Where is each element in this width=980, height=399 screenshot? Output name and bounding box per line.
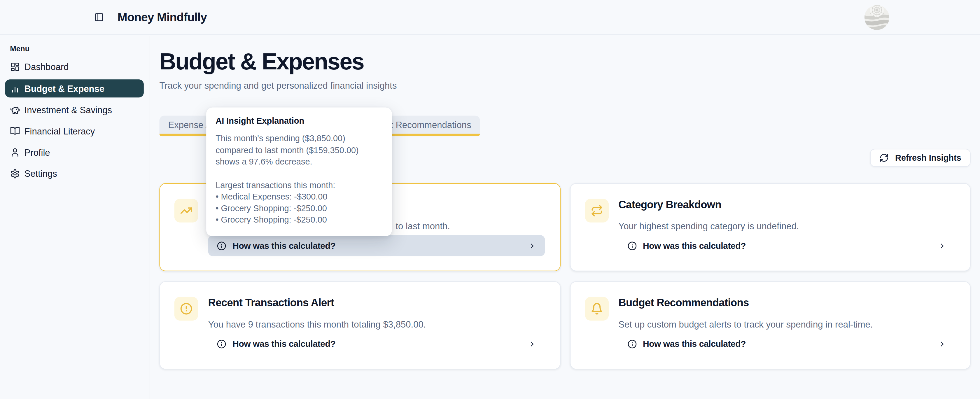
- popover-transaction-item: • Grocery Shopping: -$250.00: [216, 215, 382, 226]
- chevron-right-icon: [938, 340, 946, 348]
- app-root: Money Mindfully Menu: [0, 0, 980, 399]
- popover-title: AI Insight Explanation: [216, 117, 382, 126]
- sidebar-item-label: Investment & Savings: [24, 105, 112, 115]
- app-title: Money Mindfully: [118, 10, 207, 24]
- sidebar-item-settings[interactable]: Settings: [5, 165, 144, 183]
- how-calculated-label: How was this calculated?: [643, 241, 746, 251]
- budget-recommendations-title: Budget Recommendations: [618, 297, 955, 310]
- popover-summary: This month's spending ($3,850.00) compar…: [216, 133, 382, 168]
- refresh-icon: [880, 153, 889, 162]
- category-breakdown-title: Category Breakdown: [618, 199, 955, 211]
- bell-icon: [585, 297, 608, 321]
- sidebar-item-profile[interactable]: Profile: [5, 144, 144, 161]
- category-breakdown-description: Your highest spending category is undefi…: [618, 222, 955, 231]
- refresh-insights-button[interactable]: Refresh Insights: [870, 149, 970, 167]
- sidebar-menu-label: Menu: [10, 45, 149, 53]
- spending-trend-how-calculated-row[interactable]: How was this calculated?: [208, 235, 545, 256]
- refresh-insights-label: Refresh Insights: [895, 153, 961, 162]
- budget-recommendations-card: Budget Recommendations Set up custom bud…: [570, 281, 970, 369]
- sidebar-item-budget-expense[interactable]: Budget & Expense: [5, 79, 144, 97]
- sidebar-item-label: Budget & Expense: [24, 83, 105, 93]
- how-calculated-label: How was this calculated?: [232, 241, 336, 251]
- category-breakdown-card: Category Breakdown Your highest spending…: [570, 183, 970, 271]
- info-icon: [627, 339, 636, 348]
- recent-transactions-body: Recent Transactions Alert You have 9 tra…: [208, 297, 545, 354]
- avatar-image: [864, 5, 889, 30]
- gear-icon: [10, 169, 20, 179]
- popover-list-heading: Largest transactions this month:: [216, 180, 382, 191]
- top-header: Money Mindfully: [0, 0, 980, 35]
- ai-insight-popover: AI Insight Explanation This month's spen…: [206, 108, 392, 236]
- recent-transactions-title: Recent Transactions Alert: [208, 297, 545, 310]
- info-icon: [217, 339, 226, 348]
- sidebar-item-label: Dashboard: [24, 62, 69, 72]
- piggy-bank-icon: [10, 105, 20, 115]
- sidebar-item-label: Profile: [24, 148, 50, 157]
- popover-transaction-item: • Grocery Shopping: -$250.00: [216, 203, 382, 215]
- alert-circle-icon: [174, 297, 198, 321]
- sidebar-item-label: Settings: [24, 169, 57, 179]
- recent-transactions-how-calculated-row[interactable]: How was this calculated?: [208, 333, 545, 354]
- sidebar-item-investment-savings[interactable]: Investment & Savings: [5, 101, 144, 119]
- how-calculated-label: How was this calculated?: [643, 339, 746, 348]
- page-title: Budget & Expenses: [159, 49, 970, 75]
- trending-up-icon: [174, 199, 198, 222]
- category-breakdown-how-calculated-row[interactable]: How was this calculated?: [618, 235, 955, 256]
- sidebar-toggle-button[interactable]: [92, 10, 106, 24]
- sidebar-item-dashboard[interactable]: Dashboard: [5, 58, 144, 76]
- info-icon: [627, 241, 636, 250]
- budget-recommendations-how-calculated-row[interactable]: How was this calculated?: [618, 333, 955, 354]
- book-open-icon: [10, 126, 20, 136]
- category-breakdown-body: Category Breakdown Your highest spending…: [618, 199, 955, 256]
- page-subtitle: Track your spending and get personalized…: [159, 79, 970, 92]
- chevron-right-icon: [938, 242, 946, 250]
- user-icon: [10, 148, 20, 157]
- chevron-right-icon: [528, 242, 536, 250]
- repeat-icon: [585, 199, 608, 222]
- budget-recommendations-body: Budget Recommendations Set up custom bud…: [618, 297, 955, 354]
- info-icon: [217, 241, 226, 250]
- chevron-right-icon: [528, 340, 536, 348]
- sidebar: Menu Dashboard Budget & Expense: [0, 36, 150, 399]
- recent-transactions-description: You have 9 transactions this month total…: [208, 320, 545, 329]
- bar-chart-icon: [10, 83, 20, 93]
- avatar[interactable]: [864, 5, 889, 30]
- sidebar-item-label: Financial Literacy: [24, 126, 95, 136]
- sidebar-item-financial-literacy[interactable]: Financial Literacy: [5, 122, 144, 140]
- panel-left-icon: [94, 13, 103, 22]
- popover-transaction-item: • Medical Expenses: -$300.00: [216, 191, 382, 203]
- dashboard-icon: [10, 62, 20, 72]
- recent-transactions-card: Recent Transactions Alert You have 9 tra…: [159, 281, 560, 369]
- budget-recommendations-description: Set up custom budget alerts to track you…: [618, 320, 955, 329]
- how-calculated-label: How was this calculated?: [232, 339, 336, 348]
